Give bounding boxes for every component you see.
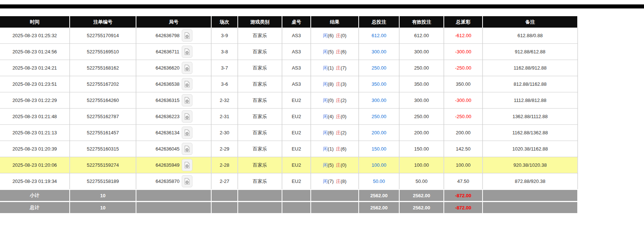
player-label: 闲 <box>323 49 328 55</box>
result-cell: 闲(1) 庄(7) <box>311 60 358 76</box>
game-type-cell: 百家乐 <box>238 125 282 141</box>
bet-id-cell: 522755167202 <box>70 76 136 92</box>
game-type-cell: 百家乐 <box>238 109 282 124</box>
subtotal-empty <box>483 190 577 201</box>
banker-points: (0) <box>341 33 347 38</box>
video-replay-button[interactable] <box>182 110 192 123</box>
payout-cell: -250.00 <box>444 60 482 76</box>
video-replay-button[interactable] <box>182 175 192 187</box>
time-cell: 2025-08-23 01:19:34 <box>0 173 69 189</box>
table-no-cell: AS3 <box>282 76 310 92</box>
round-number: 642636045 <box>156 146 180 152</box>
video-replay-button[interactable] <box>182 127 192 139</box>
bet-id-cell: 522755162787 <box>70 109 136 124</box>
time-cell: 2025-08-23 01:21:13 <box>0 125 69 141</box>
valid-bet-cell: 350.00 <box>400 76 443 92</box>
payout-cell: 350.00 <box>444 76 482 92</box>
banker-label: 庄 <box>336 162 341 169</box>
valid-bet-cell: 100.00 <box>400 157 443 173</box>
subtotal-label: 小计 <box>0 190 69 201</box>
column-header-session: 场次 <box>212 16 237 28</box>
column-header-remark: 备注 <box>483 16 577 28</box>
valid-bet-cell: 250.00 <box>400 60 443 76</box>
banker-points: (6) <box>341 146 347 152</box>
total-bet-cell: 200.00 <box>359 125 399 141</box>
table-no-cell: AS3 <box>282 60 310 76</box>
round-id-cell: 642636620 <box>136 60 211 76</box>
table-row[interactable]: 2025-08-23 01:25:32 522755170914 6426367… <box>0 28 578 43</box>
subtotal-empty <box>212 190 237 201</box>
bet-id-cell: 522755168162 <box>70 60 136 76</box>
total-payout: -872.00 <box>444 202 482 213</box>
video-replay-button[interactable] <box>182 159 192 171</box>
banker-label: 庄 <box>336 97 341 104</box>
subtotal-empty <box>282 190 310 201</box>
table-row[interactable]: 2025-08-23 01:24:56 522755169510 6426367… <box>0 43 578 60</box>
game-type-cell: 百家乐 <box>238 28 282 43</box>
table-row[interactable]: 2025-08-23 01:24:21 522755168162 6426366… <box>0 60 578 76</box>
total-empty <box>212 202 237 213</box>
total-bet-cell: 350.00 <box>359 76 399 92</box>
video-replay-button[interactable] <box>182 46 192 58</box>
total-total-bet: 2562.00 <box>359 202 399 213</box>
bet-id-cell: 522755158189 <box>70 173 136 189</box>
table-row[interactable]: 2025-08-23 01:23:51 522755167202 6426365… <box>0 76 578 92</box>
video-file-icon <box>184 113 190 120</box>
banker-label: 庄 <box>336 113 341 120</box>
table-row[interactable]: 2025-08-23 01:21:13 522755161457 6426361… <box>0 124 578 141</box>
banker-label: 庄 <box>336 81 341 88</box>
player-points: (5) <box>328 49 334 54</box>
valid-bet-cell: 50.00 <box>400 173 443 189</box>
top-black-bar <box>0 4 644 8</box>
remark-cell: 1362.88/1112.88 <box>483 109 577 124</box>
game-type-cell: 百家乐 <box>238 141 282 157</box>
payout-cell: 142.50 <box>444 141 482 157</box>
video-file-icon <box>184 97 190 104</box>
total-empty <box>282 202 310 213</box>
table-row[interactable]: 2025-08-23 01:19:34 522755158189 6426358… <box>0 173 578 189</box>
table-row[interactable]: 2025-08-23 01:20:39 522755160315 6426360… <box>0 141 578 157</box>
player-label: 闲 <box>323 65 328 71</box>
result-cell: 闲(6) 庄(0) <box>311 28 358 43</box>
video-replay-button[interactable] <box>182 143 192 155</box>
table-no-cell: AS3 <box>282 28 310 43</box>
table-row[interactable]: 2025-08-23 01:21:48 522755162787 6426362… <box>0 108 578 124</box>
table-row[interactable]: 2025-08-23 01:22:29 522755164260 6426363… <box>0 92 578 108</box>
round-number: 642636798 <box>156 33 180 38</box>
video-replay-button[interactable] <box>182 29 192 42</box>
total-bet-cell: 250.00 <box>359 109 399 124</box>
video-replay-button[interactable] <box>182 78 192 90</box>
round-number: 642636134 <box>156 130 180 135</box>
round-id-cell: 642636223 <box>136 109 211 124</box>
video-replay-button[interactable] <box>182 62 192 74</box>
total-bet-cell: 612.00 <box>359 28 399 43</box>
player-points: (1) <box>328 146 334 152</box>
table-no-cell: EU2 <box>282 92 310 108</box>
time-cell: 2025-08-23 01:24:21 <box>0 60 69 76</box>
session-cell: 2-31 <box>212 109 237 124</box>
subtotal-count: 10 <box>70 190 136 201</box>
video-file-icon <box>184 32 190 39</box>
remark-cell: 912.88/612.88 <box>483 44 577 60</box>
total-valid-bet: 2562.00 <box>400 202 443 213</box>
video-replay-button[interactable] <box>182 94 192 106</box>
bet-id-cell: 522755169510 <box>70 44 136 60</box>
video-file-icon <box>184 162 190 169</box>
player-label: 闲 <box>323 113 328 120</box>
payout-cell: 47.50 <box>444 173 482 189</box>
column-header-round-id: 局号 <box>136 16 211 28</box>
payout-cell: -300.00 <box>444 92 482 108</box>
player-points: (4) <box>328 114 334 119</box>
game-type-cell: 百家乐 <box>238 76 282 92</box>
remark-cell: 1112.88/812.88 <box>483 92 577 108</box>
table-row[interactable]: 2025-08-23 01:20:06 522755159274 6426359… <box>0 157 578 173</box>
player-points: (0) <box>328 98 334 103</box>
total-bet-cell: 300.00 <box>359 44 399 60</box>
round-id-cell: 642635949 <box>136 157 211 173</box>
column-header-table-no: 桌号 <box>282 16 310 28</box>
payout-cell: -300.00 <box>444 44 482 60</box>
result-cell: 闲(4) 庄(0) <box>311 109 358 124</box>
bet-id-cell: 522755159274 <box>70 157 136 173</box>
banker-label: 庄 <box>336 130 341 136</box>
bet-id-cell: 522755160315 <box>70 141 136 157</box>
